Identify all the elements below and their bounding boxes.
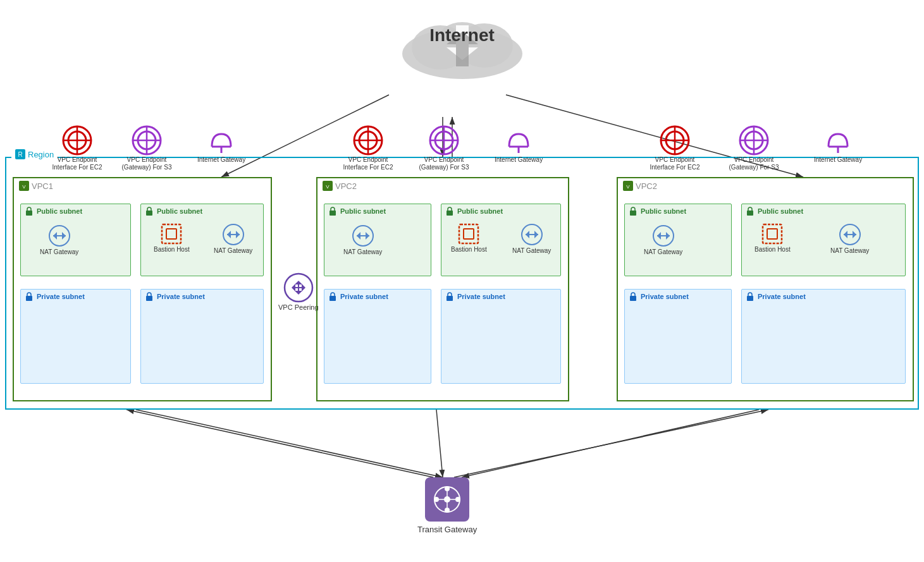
svg-marker-41: [236, 231, 240, 238]
vpc3-bastion-icon: [760, 222, 784, 246]
vpc1-private-subnet2: Private subnet: [140, 289, 264, 384]
region-box: R Region V VPC1 VP: [5, 157, 919, 410]
svg-line-10: [454, 410, 768, 477]
vpc2-private-subnet1-label: Private subnet: [324, 290, 431, 303]
vpc1-igw-icon: [206, 125, 237, 156]
vpc2-endpoint2-icon: [428, 125, 460, 156]
vpc3-endpoint1-icon: [659, 125, 691, 156]
vpc-peering-label: VPC Peering: [278, 303, 319, 311]
diagram-container: Internet R Region V VPC1: [0, 0, 924, 562]
vpc3-endpoint2-icon: [738, 125, 770, 156]
region-label: R Region: [11, 149, 58, 159]
svg-marker-75: [526, 231, 529, 238]
lock-icon4: [144, 291, 154, 302]
svg-point-107: [445, 508, 450, 513]
lock-icon9: [628, 206, 638, 216]
vpc1-nat1-icon: [47, 223, 72, 248]
vpc3-endpoint1-label: VPC Endpoint Interface For EC2: [650, 156, 700, 171]
vpc2-bastion: Bastion Host: [451, 222, 487, 253]
vpc1-endpoint1-icon: [61, 125, 93, 156]
vpc3-nat1: NAT Gateway: [644, 223, 682, 255]
vpc2-endpoint1-label: VPC Endpoint Interface For EC2: [343, 156, 393, 171]
svg-rect-102: [630, 296, 636, 301]
svg-marker-48: [292, 284, 295, 291]
lock-icon3: [24, 291, 34, 302]
svg-rect-95: [747, 211, 753, 216]
vpc3-private-subnet1: Private subnet: [624, 289, 732, 384]
vpc3-public-subnet1-label: Public subnet: [625, 204, 731, 218]
svg-marker-100: [853, 231, 856, 238]
vpc2-label: V VPC2: [323, 181, 357, 191]
lock-icon7: [328, 291, 338, 302]
svg-marker-67: [366, 232, 369, 240]
svg-line-7: [436, 410, 443, 477]
vpc2-endpoint1: VPC Endpoint Interface For EC2: [343, 125, 393, 171]
vpc2-public-subnet1-label: Public subnet: [324, 204, 431, 218]
vpc3-endpoint2: VPC Endpoint (Gateway) For S3: [729, 125, 779, 171]
svg-text:V: V: [22, 184, 26, 190]
svg-text:V: V: [626, 184, 630, 190]
svg-rect-97: [767, 229, 777, 239]
vpc1-endpoint2: VPC Endpoint (Gateway) For S3: [121, 125, 172, 171]
vpc3-box: V VPC2 VPC Endpoint Interface For EC2: [617, 177, 914, 401]
vpc3-igw: Internet Gateway: [814, 125, 862, 164]
internet-label: Internet: [429, 25, 495, 46]
vpc3-nat2-icon: [837, 222, 863, 247]
vpc2-private-subnet1: Private subnet: [324, 289, 431, 384]
vpc2-nat2-icon: [519, 222, 545, 247]
vpc1-public-subnet2-label: Public subnet: [141, 204, 263, 218]
lock-icon12: [745, 291, 755, 302]
vpc1-icon: V: [19, 181, 29, 191]
vpc3-public-subnet2: Public subnet Bastion Host: [741, 204, 906, 276]
internet-section: Internet: [393, 6, 532, 82]
vpc1-label: V VPC1: [19, 181, 53, 191]
svg-text:V: V: [326, 184, 330, 190]
svg-rect-69: [447, 211, 453, 216]
vpc1-nat2-icon: [221, 222, 246, 247]
svg-point-108: [434, 497, 439, 502]
svg-text:R: R: [18, 151, 22, 158]
lock-icon5: [328, 206, 338, 216]
vpc3-endpoint1: VPC Endpoint Interface For EC2: [650, 125, 700, 171]
vpc1-bastion1-icon: [159, 222, 183, 246]
vpc2-nat1-icon: [350, 223, 376, 248]
svg-rect-71: [464, 229, 474, 239]
vpc1-igw-label: Internet Gateway: [197, 156, 245, 164]
vpc3-nat1-label: NAT Gateway: [644, 248, 682, 255]
svg-line-6: [136, 410, 443, 477]
svg-marker-94: [657, 232, 661, 240]
svg-marker-47: [302, 284, 305, 291]
vpc2-endpoint2: VPC Endpoint (Gateway) For S3: [419, 125, 469, 171]
vpc3-icon: V: [623, 181, 633, 191]
vpc2-icon: V: [323, 181, 333, 191]
vpc-peering: VPC Peering: [278, 272, 319, 311]
svg-rect-36: [146, 211, 152, 216]
vpc1-public-subnet1-label: Public subnet: [21, 204, 130, 218]
vpc1-nat1-label: NAT Gateway: [40, 248, 78, 255]
svg-rect-76: [330, 296, 336, 301]
vpc1-private-subnet1-label: Private subnet: [21, 290, 130, 303]
vpc3-igw-label: Internet Gateway: [814, 156, 862, 164]
vpc1-bastion1-label: Bastion Host: [154, 246, 190, 253]
svg-rect-64: [330, 211, 336, 216]
lock-icon6: [445, 206, 455, 216]
vpc3-private-subnet2-label: Private subnet: [742, 290, 905, 303]
vpc2-private-subnet2-label: Private subnet: [441, 290, 560, 303]
vpc1-nat1: NAT Gateway: [40, 223, 78, 255]
svg-rect-31: [26, 211, 32, 216]
vpc1-public-subnet1: Public subnet NAT Gateway: [20, 204, 131, 276]
vpc2-igw: Internet Gateway: [495, 125, 543, 164]
vpc3-nat1-icon: [651, 223, 676, 248]
vpc1-nat2-label: NAT Gateway: [214, 247, 252, 254]
vpc3-nat2: NAT Gateway: [830, 222, 869, 254]
svg-marker-68: [357, 232, 360, 240]
vpc2-private-subnet2: Private subnet: [441, 289, 561, 384]
svg-rect-44: [146, 296, 152, 301]
svg-marker-34: [62, 232, 66, 240]
vpc2-bastion-label: Bastion Host: [451, 246, 487, 253]
svg-line-8: [462, 410, 759, 477]
svg-rect-43: [26, 296, 32, 301]
vpc2-public-subnet2-label: Public subnet: [441, 204, 560, 218]
lock-icon2: [144, 206, 154, 216]
svg-marker-101: [844, 231, 847, 238]
